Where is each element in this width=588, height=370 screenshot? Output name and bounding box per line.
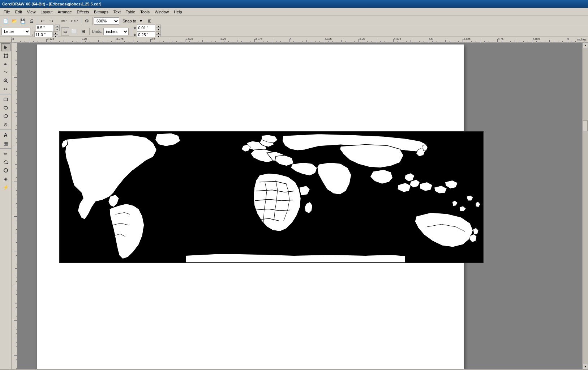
document-page bbox=[37, 44, 464, 369]
title-bar: CorelDRAW X6 (64-Bit) - [E:\beads\globes… bbox=[0, 0, 588, 8]
zoom-select[interactable]: 600% 400% 200% 100% bbox=[94, 17, 119, 25]
fill-tool[interactable] bbox=[1, 158, 10, 166]
zoom-tool[interactable] bbox=[1, 77, 10, 85]
menu-layout[interactable]: Layout bbox=[38, 9, 55, 15]
crop-tool[interactable]: ✂ bbox=[1, 85, 10, 93]
canvas-area[interactable] bbox=[17, 43, 582, 369]
menu-window[interactable]: Window bbox=[153, 9, 171, 15]
toolbox-separator-2 bbox=[0, 129, 11, 130]
page-dimensions: ↔ ▲ ▼ ↕ ▲ ▼ bbox=[32, 25, 60, 38]
paper-size-select[interactable]: Letter A4 Legal bbox=[1, 28, 30, 35]
rectangle-tool[interactable] bbox=[1, 95, 10, 103]
vertical-scrollbar[interactable]: ▲ ▼ bbox=[582, 43, 588, 369]
title-text: CorelDRAW X6 (64-Bit) - [E:\beads\globes… bbox=[2, 2, 101, 6]
ruler-corner bbox=[0, 37, 12, 43]
units-select[interactable]: inches cm mm pixels bbox=[103, 28, 129, 35]
world-map-container[interactable] bbox=[59, 131, 484, 263]
import-btn[interactable]: IMP bbox=[59, 17, 69, 25]
connector-tool[interactable]: ⚡ bbox=[1, 183, 10, 191]
menu-effects[interactable]: Effects bbox=[75, 9, 91, 15]
nudge-down[interactable]: ▼ bbox=[156, 28, 161, 31]
select-tool[interactable] bbox=[1, 43, 10, 51]
svg-rect-9 bbox=[4, 98, 8, 101]
options-btn[interactable]: ⚙ bbox=[83, 17, 91, 25]
svg-point-3 bbox=[4, 56, 5, 58]
undo-btn[interactable]: ↩ bbox=[39, 17, 47, 25]
orientation-buttons: ▭ ⬜ bbox=[61, 27, 78, 35]
new-btn[interactable]: 📄 bbox=[1, 17, 9, 25]
scroll-up-btn[interactable]: ▲ bbox=[583, 43, 588, 48]
freehand-tool[interactable]: ✒ bbox=[1, 60, 10, 68]
smart-draw-tool[interactable]: 〜 bbox=[1, 68, 10, 76]
save-btn[interactable]: 💾 bbox=[19, 17, 27, 25]
height-icon: ↕ bbox=[32, 33, 34, 37]
menu-bar: File Edit View Layout Arrange Effects Bi… bbox=[0, 8, 588, 16]
snap-to-label: Snap to bbox=[123, 19, 136, 23]
redo-btn[interactable]: ↪ bbox=[47, 17, 55, 25]
menu-tools[interactable]: Tools bbox=[138, 9, 152, 15]
ellipse-tool[interactable] bbox=[1, 104, 10, 112]
table-tool[interactable]: ▦ bbox=[1, 139, 10, 147]
svg-point-12 bbox=[7, 163, 8, 164]
spiral-tool[interactable]: ⊙ bbox=[1, 120, 10, 128]
height-up[interactable]: ▲ bbox=[53, 31, 58, 35]
width-icon: ↔ bbox=[32, 26, 35, 30]
scroll-track-v[interactable] bbox=[583, 48, 588, 364]
super-nudge-icon: ⊕ bbox=[133, 33, 136, 37]
toolbox: ✒ 〜 ✂ ⊙ A ▦ ✏ bbox=[0, 43, 12, 369]
menu-bitmaps[interactable]: Bitmaps bbox=[92, 9, 111, 15]
toolbar1: 📄 📂 💾 🖨 ↩ ↪ IMP EXP ⚙ 600% 400% 200% 100… bbox=[0, 16, 588, 26]
svg-line-6 bbox=[7, 81, 8, 83]
main-area: ✒ 〜 ✂ ⊙ A ▦ ✏ bbox=[0, 43, 588, 369]
nudge-up[interactable]: ▲ bbox=[156, 25, 161, 28]
toolbox-separator-3 bbox=[0, 148, 11, 149]
polygon-tool[interactable] bbox=[1, 112, 10, 120]
menu-view[interactable]: View bbox=[25, 9, 38, 15]
menu-file[interactable]: File bbox=[1, 9, 12, 15]
menu-help[interactable]: Help bbox=[172, 9, 184, 15]
vertical-ruler bbox=[12, 43, 17, 369]
svg-point-1 bbox=[4, 54, 5, 55]
svg-point-2 bbox=[7, 54, 8, 55]
menu-edit[interactable]: Edit bbox=[13, 9, 24, 15]
portrait-btn[interactable]: ▭ bbox=[61, 27, 69, 35]
toolbox-separator-1 bbox=[0, 94, 11, 94]
property-bar: Letter A4 Legal ↔ ▲ ▼ ↕ ▲ ▼ ▭ ⬜ ⊞ Units:… bbox=[0, 26, 588, 37]
eyedropper-tool[interactable]: ✏ bbox=[1, 150, 10, 158]
scroll-thumb-v[interactable] bbox=[583, 120, 588, 131]
super-nudge-up[interactable]: ▲ bbox=[156, 31, 161, 35]
page-width-input[interactable] bbox=[36, 25, 54, 31]
width-up[interactable]: ▲ bbox=[55, 25, 60, 28]
width-spinner[interactable]: ▲ ▼ bbox=[55, 25, 60, 31]
menu-arrange[interactable]: Arrange bbox=[55, 9, 74, 15]
interactive-fill-tool[interactable]: ◈ bbox=[1, 175, 10, 183]
print-btn[interactable]: 🖨 bbox=[27, 17, 35, 25]
nudge-settings: ⊕ ▲ ▼ ⊕ ▲ ▼ bbox=[133, 25, 161, 38]
nudge-icon: ⊕ bbox=[133, 26, 136, 30]
outline-tool[interactable] bbox=[1, 166, 10, 174]
units-label: Units: bbox=[92, 29, 102, 34]
horizontal-ruler: inches 33.1253.253.3753.53.6253.753.8754… bbox=[12, 37, 588, 43]
world-map-svg bbox=[60, 132, 483, 263]
open-btn[interactable]: 📂 bbox=[10, 17, 18, 25]
inches-label: inches bbox=[577, 38, 587, 41]
scroll-down-btn[interactable]: ▼ bbox=[583, 364, 588, 369]
nudge-input[interactable] bbox=[137, 25, 155, 31]
menu-text[interactable]: Text bbox=[111, 9, 123, 15]
shape-tool[interactable] bbox=[1, 52, 10, 60]
ruler-row: inches 33.1253.253.3753.53.6253.753.8754… bbox=[0, 37, 588, 43]
text-tool[interactable]: A bbox=[1, 131, 10, 139]
width-down[interactable]: ▼ bbox=[55, 28, 60, 31]
menu-table[interactable]: Table bbox=[124, 9, 137, 15]
snap-dropdown[interactable]: ▾ bbox=[137, 17, 145, 25]
page-settings-btn[interactable]: ⊞ bbox=[79, 27, 87, 35]
landscape-btn[interactable]: ⬜ bbox=[70, 27, 78, 35]
export-btn[interactable]: EXP bbox=[69, 17, 80, 25]
svg-marker-11 bbox=[4, 114, 8, 118]
svg-point-13 bbox=[4, 169, 8, 172]
svg-point-10 bbox=[4, 106, 8, 109]
svg-point-4 bbox=[7, 56, 8, 58]
snap-settings[interactable]: ⊞ bbox=[146, 17, 154, 25]
